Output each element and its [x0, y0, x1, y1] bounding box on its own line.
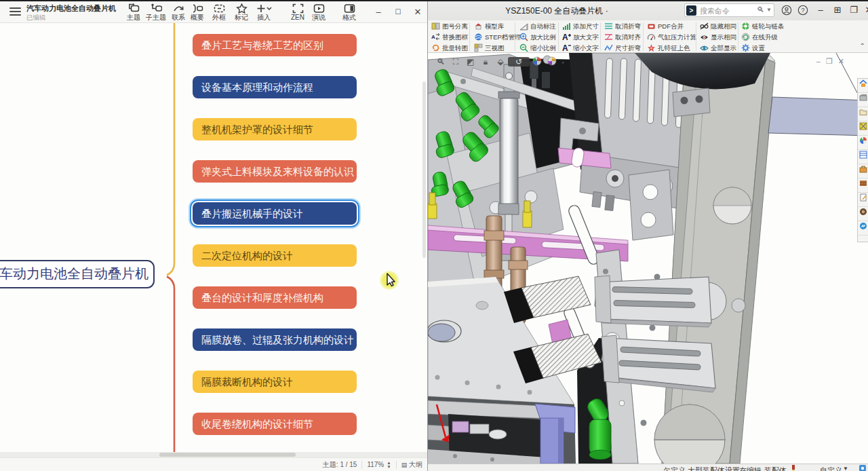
cad-tool-hole-color[interactable]: 孔特征上色 — [647, 43, 690, 54]
cad-tool-text-smaller[interactable]: A缩小文字 — [562, 43, 599, 54]
cad-tool-batch-convert[interactable]: 批量转图 — [431, 43, 468, 54]
zoom-level[interactable]: 117% — [367, 460, 384, 470]
three-views-icon — [474, 43, 483, 52]
xmind-tool-boundary[interactable]: 外框 — [208, 3, 231, 21]
appearances-ball-icon[interactable] — [858, 136, 868, 150]
status-customize[interactable]: 自定义 — [820, 466, 842, 471]
topic-node[interactable]: 隔膜裁断机构的设计 — [193, 371, 357, 393]
xmind-tool-summary[interactable]: 概要 — [186, 3, 209, 21]
restore-icon[interactable]: ❐ — [847, 3, 861, 17]
horizontal-scrollbar[interactable] — [0, 452, 427, 457]
topic-node[interactable]: 二次定位机构的设计 — [193, 244, 357, 267]
document-title-block: 汽车动力电池全自动叠片机 已编辑 — [26, 3, 116, 21]
heads-up-view-toolbar[interactable]: 🔍︎⛶◩🔒︎⬙↺▾ — [433, 55, 566, 67]
folder-icon[interactable] — [858, 107, 868, 121]
xmind-tool-pitch-play[interactable]: 演说 — [307, 3, 330, 21]
xmind-tool-subtopic[interactable]: 子主题 — [144, 3, 167, 21]
maximize-button[interactable]: ☐ — [391, 5, 405, 19]
help-icon[interactable]: ? — [796, 3, 810, 17]
xmind-tool-topic[interactable]: 主题 — [122, 3, 145, 21]
cad-tool-scale-up[interactable]: 放大比例 — [519, 32, 556, 43]
document-title: 汽车动力电池全自动叠片机 — [26, 3, 116, 13]
cad-tool-add-dimension[interactable]: 添加尺寸 — [562, 21, 599, 32]
view-palette-icon[interactable] — [858, 121, 868, 136]
design-library-icon[interactable] — [858, 93, 868, 107]
toolbar-collapse-icon[interactable]: ⌃ — [860, 42, 865, 50]
xmind-tool-marker[interactable]: 标记 — [230, 3, 253, 21]
display-style-icon[interactable] — [530, 56, 545, 67]
task-pane-strip[interactable] — [857, 78, 868, 242]
account-icon[interactable] — [780, 3, 793, 17]
command-search-box[interactable]: > 搜索命令 🔍︎ ▼ — [684, 3, 774, 17]
cad-tool-step-manager[interactable]: STEP档管理 — [474, 32, 521, 43]
cad-tool-text-bigger[interactable]: A放大文字 — [562, 32, 599, 43]
dropdown-arrow-icon[interactable]: ▼ — [766, 7, 772, 13]
maximize-icon[interactable]: ⊞ — [831, 3, 844, 17]
cad-tool-pdf-merge[interactable]: PDF合并 — [647, 21, 684, 32]
cad-tool-settings-gear[interactable]: 设置 — [741, 43, 765, 54]
zoom-area-icon[interactable]: ⛶ — [448, 57, 463, 67]
close-button[interactable]: ✕ — [411, 5, 425, 19]
cad-tool-cancel-align[interactable]: 取消对齐 — [604, 32, 641, 43]
branch-line-lower — [167, 277, 174, 453]
vertical-scrollbar-thumb[interactable] — [422, 81, 426, 258]
section-icon[interactable]: ◩ — [463, 57, 478, 67]
scale-up-icon — [519, 33, 528, 41]
root-topic-node[interactable]: 汽车动力电池全自动叠片机 — [0, 260, 155, 288]
cad-tool-show-same[interactable]: 显示相同 — [700, 32, 736, 43]
document-edit-icon[interactable] — [858, 193, 868, 207]
topic-counter: 主题: 1 / 15 — [323, 460, 357, 470]
topic-node[interactable]: 弹夹式上料模块及来料设备的认识 — [193, 160, 357, 183]
lock-icon[interactable]: 🔒︎ — [478, 57, 493, 67]
outline-toggle[interactable]: ▤ 大纲 — [401, 460, 422, 470]
cad-tool-cancel-bend[interactable]: 取消折弯 — [604, 21, 641, 32]
magnifier-icon[interactable]: 🔍︎ — [757, 5, 764, 14]
properties-table-icon[interactable] — [858, 150, 868, 164]
topic-node[interactable]: 叠台的设计和厚度补偿机构 — [193, 286, 357, 309]
topic-node[interactable]: 收尾卷绕机构的设计细节 — [193, 413, 357, 435]
cad-viewport[interactable]: 🔍︎⛶◩🔒︎⬙↺▾ –❐✕ — [428, 53, 868, 464]
minimize-button[interactable]: – — [372, 5, 385, 19]
materials-icon[interactable] — [858, 178, 868, 193]
toolbox-icon[interactable] — [858, 164, 868, 178]
cad-tool-auto-dimension[interactable]: 自动标注 — [519, 21, 556, 32]
topic-node[interactable]: 叠片搬运机械手的设计 — [193, 202, 357, 225]
cad-tool-hide-same[interactable]: 隐藏相同 — [700, 21, 736, 32]
rotate-dark-icon[interactable]: ↺ — [508, 57, 530, 67]
topic-node[interactable]: 设备基本原理和动作流程 — [193, 76, 357, 98]
zoom-stepper-icon[interactable]: ▲▼ — [387, 461, 391, 469]
xmind-tool-format-panel[interactable]: 格式 — [338, 3, 361, 21]
cad-tool-replace-frame[interactable]: A替换图框 — [431, 32, 468, 43]
topic-node[interactable]: 叠片工艺与卷绕工艺的区别 — [193, 34, 357, 56]
minimize-icon[interactable]: – — [814, 3, 827, 17]
mindmap-canvas[interactable]: 叠片工艺与卷绕工艺的区别设备基本原理和动作流程整机机架护罩的设计细节弹夹式上料模… — [0, 23, 427, 452]
forum-icon[interactable] — [858, 207, 868, 221]
topic-node[interactable]: 隔膜放卷、过辊及张力机构的设计 — [193, 328, 357, 351]
hamburger-menu-icon[interactable] — [9, 7, 21, 17]
cad-tool-sheet-split[interactable]: 图号分离 — [431, 21, 468, 32]
cad-tool-three-views[interactable]: 三视图 — [474, 43, 505, 54]
cad-tool-model-library[interactable]: 模型库 — [474, 21, 505, 32]
horizontal-scrollbar-thumb[interactable] — [159, 453, 296, 457]
cad-plugin-toolbar: ⌃ 图号分离A替换图框批量转图模型库STEP档管理三视图自动标注放大比例缩小比例… — [428, 20, 868, 53]
tray-icon[interactable] — [859, 465, 866, 471]
cad-tool-sprocket-chain[interactable]: 链轮与链条 — [741, 21, 785, 32]
xmind-tool-insert-plus-dropdown[interactable]: 插入 — [252, 3, 275, 21]
dropdown-arrow-icon[interactable]: ▼ — [843, 466, 848, 471]
close-icon[interactable]: ✕ — [862, 3, 868, 17]
status-divider — [396, 461, 397, 469]
cad-tool-show-all[interactable]: 全部显示 — [700, 43, 736, 54]
cad-tool-online-upgrade[interactable]: 在线升级 — [741, 32, 778, 43]
home-icon[interactable] — [858, 79, 868, 93]
cad-tool-scale-down[interactable]: 缩小比例 — [519, 43, 556, 54]
cad-tool-cylinder-pressure[interactable]: 气缸压力计算 — [647, 32, 696, 43]
appearance-ball-icon[interactable] — [545, 56, 559, 67]
document-window-controls[interactable]: –❐✕ — [816, 57, 850, 66]
topic-node[interactable]: 整机机架护罩的设计细节 — [193, 118, 357, 140]
links-icon[interactable] — [858, 221, 868, 236]
hud-dropdown-icon[interactable]: ▾ — [559, 60, 566, 66]
cad-tool-dim-bend[interactable]: 尺寸折弯 — [604, 43, 641, 54]
zoom-fit-icon[interactable]: 🔍︎ — [433, 57, 448, 67]
xmind-tool-zen-mode[interactable]: ZEN — [286, 3, 309, 21]
view-cube-icon[interactable]: ⬙ — [493, 57, 508, 67]
